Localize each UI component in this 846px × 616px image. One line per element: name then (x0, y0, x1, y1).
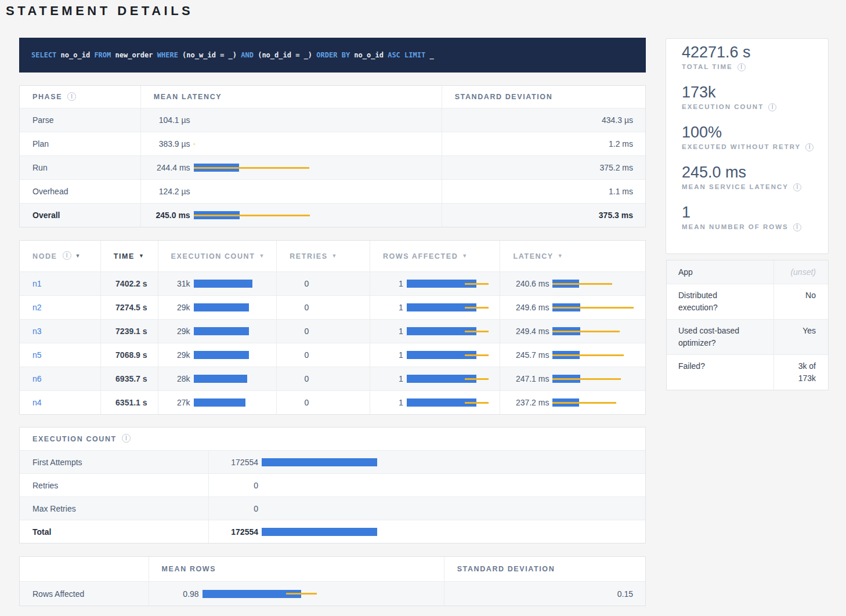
mean-bar (262, 458, 377, 466)
column-header-rows-affected[interactable]: Rows Affected▼ (370, 241, 501, 271)
summary-stat: 100%Executed without Retryi (682, 122, 816, 162)
phase-mean-latency: 383.9 µs (141, 132, 442, 155)
page-title: STATEMENT DETAILS (6, 3, 193, 19)
column-header-latency-label: Latency (513, 252, 553, 260)
exec-row-label: Total (20, 520, 209, 543)
stddev-bar (194, 143, 194, 145)
stddev-bar (552, 283, 612, 285)
time-cell: 7068.9 s (101, 343, 158, 367)
node-row: n46351.1 s27k01237.2 ms (20, 390, 645, 414)
latency-cell: 247.1 ms (500, 367, 645, 390)
mean-bar (194, 303, 250, 311)
retries-cell: 0 (277, 272, 370, 295)
node-link[interactable]: n6 (32, 374, 42, 383)
retries-cell: 0 (277, 343, 370, 367)
rows-affected-value: 1 (383, 398, 403, 407)
node-link[interactable]: n2 (32, 303, 42, 312)
column-header-execution-count[interactable]: Execution Count▼ (158, 241, 277, 271)
sql-identifier: (no_w_id = _) (182, 50, 241, 60)
details-row: Distributed execution?No (667, 284, 828, 319)
summary-stat: 42271.6 sTotal Timei (682, 42, 816, 82)
phase-mean-latency: 104.1 µs (141, 108, 442, 132)
phase-name: Parse (20, 108, 141, 132)
info-icon[interactable]: i (63, 251, 71, 260)
execution-count-bar (194, 280, 252, 288)
summary-stat-value: 173k (682, 82, 816, 103)
exec-row-value-cell: 172554 (209, 451, 645, 473)
retries-cell: 0 (277, 320, 370, 343)
column-header-retries[interactable]: Retries▼ (277, 241, 370, 271)
mean-bar (262, 528, 377, 536)
column-header-standard-deviation: Standard Deviation (442, 86, 645, 108)
latency-value: 247.1 ms (513, 374, 549, 383)
exec-count-bar (262, 458, 377, 466)
info-icon[interactable]: i (122, 434, 131, 443)
mean-latency-bar (194, 211, 310, 219)
per-node-stats-table: Nodei▼Time▼Execution Count▼Retries▼Rows … (19, 240, 646, 415)
execution-count-bar (194, 351, 252, 359)
mean-bar (194, 351, 249, 359)
column-header-time[interactable]: Time▼ (101, 241, 158, 271)
node-link[interactable]: n5 (32, 350, 42, 360)
info-icon[interactable]: i (67, 92, 76, 101)
stddev-bar (465, 283, 489, 285)
retries-value: 0 (290, 350, 309, 360)
rows-affected-bar (407, 398, 489, 407)
exec-table-title: Execution Counti (20, 427, 209, 450)
time-cell: 7402.2 s (101, 272, 158, 295)
mean-rows-bar (203, 590, 317, 598)
info-icon[interactable]: i (768, 103, 776, 111)
stddev-bar (194, 167, 310, 169)
info-icon[interactable]: i (737, 63, 746, 71)
node-link[interactable]: n1 (32, 279, 42, 288)
node-link[interactable]: n4 (32, 398, 42, 407)
stddev-bar (465, 354, 489, 356)
sql-keyword: ASC LIMIT (388, 50, 429, 60)
sort-descending-icon: ▼ (75, 253, 81, 259)
exec-count-value: 0 (222, 481, 258, 490)
mean-latency-value: 245.0 ms (154, 211, 190, 220)
info-icon[interactable]: i (805, 143, 814, 151)
rows-affected-value: 1 (383, 303, 403, 312)
info-icon[interactable]: i (793, 183, 801, 191)
exec-row-label: Retries (20, 474, 209, 497)
column-header-phase: Phasei (20, 86, 141, 108)
node-cell: n3 (20, 320, 101, 343)
sql-keyword: FROM (94, 50, 115, 60)
latency-cell: 240.6 ms (500, 272, 645, 295)
rows-affected-table: Mean RowsStandard DeviationRows Affected… (19, 556, 646, 606)
phase-name: Overhead (20, 180, 141, 203)
summary-stat-label: Executed without Retryi (682, 143, 816, 151)
latency-value: 249.6 ms (513, 303, 549, 312)
execution-count-bar (194, 375, 252, 383)
execution-count-cell: 29k (158, 296, 277, 319)
phase-standard-deviation: 375.2 ms (442, 156, 645, 179)
phase-standard-deviation: 1.2 ms (442, 132, 645, 155)
summary-stat-label-text: Mean Service Latency (682, 183, 789, 191)
column-header-node[interactable]: Nodei▼ (20, 241, 101, 271)
node-link[interactable]: n3 (32, 327, 42, 336)
info-icon[interactable]: i (793, 223, 801, 231)
exec-table-header-spacer (209, 427, 645, 450)
column-header-latency[interactable]: Latency▼ (500, 241, 645, 271)
rows-affected-bar (407, 280, 489, 288)
rows-affected-cell: 1 (370, 320, 501, 343)
exec-row: First Attempts172554 (20, 450, 645, 473)
stddev-bar (552, 378, 621, 380)
phase-mean-latency: 244.4 ms (141, 156, 442, 179)
latency-bar (552, 398, 634, 407)
sort-descending-icon: ▼ (139, 253, 144, 259)
retries-cell: 0 (277, 367, 370, 390)
details-row: Failed?3k of 173k (667, 354, 828, 390)
sort-descending-icon: ▼ (558, 253, 563, 259)
summary-stat-value: 245.0 ms (682, 162, 816, 183)
node-row: n66935.7 s28k01247.1 ms (20, 367, 645, 390)
details-app-unset-value: (unset) (790, 266, 816, 278)
summary-stat-label: Execution Counti (682, 103, 816, 111)
summary-stat-label-text: Executed without Retry (682, 143, 801, 151)
stddev-bar (465, 307, 489, 309)
latency-cell: 245.7 ms (500, 343, 645, 367)
latency-bar (552, 303, 634, 311)
exec-row-value-cell: 0 (209, 497, 645, 520)
node-cell: n5 (20, 343, 101, 367)
